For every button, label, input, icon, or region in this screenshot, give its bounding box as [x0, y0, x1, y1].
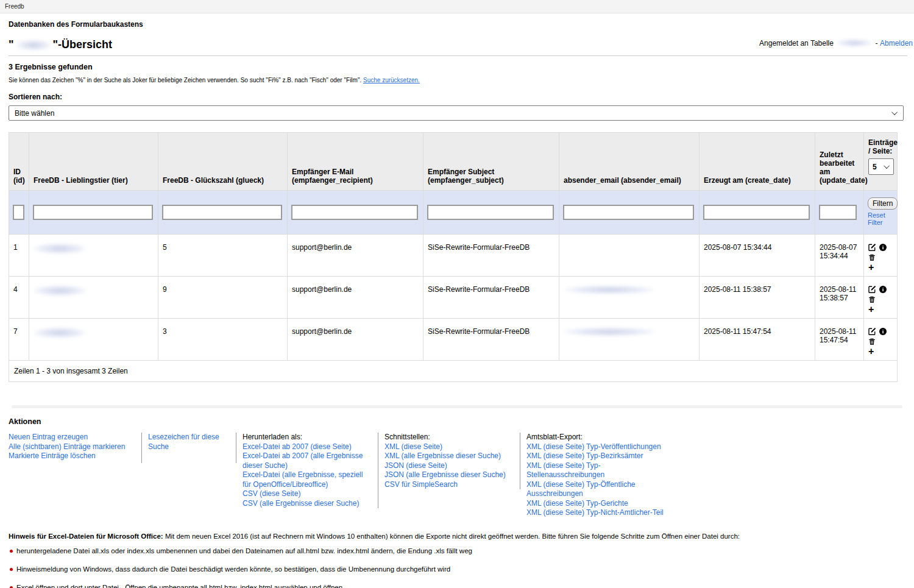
col-header-glueck: FreeDB - Glückszahl (glueck)	[158, 133, 288, 191]
table-row: 1 5 support@berlin.de SiSe-Rewrite-Formu…	[9, 235, 898, 277]
redacted-value-blur	[564, 285, 655, 294]
edit-icon[interactable]	[868, 285, 876, 293]
cell-id: 7	[9, 319, 29, 361]
entries-per-page-select[interactable]: 5	[868, 158, 894, 175]
redacted-title-blur	[16, 40, 51, 51]
filter-input-update-date[interactable]	[819, 205, 857, 220]
cell-create-date: 2025-08-11 15:38:57	[700, 277, 815, 319]
sort-select-value: Bitte wählen	[15, 109, 54, 118]
download-link[interactable]: Excel-Datei (alle Ergebnisse, speziell f…	[243, 470, 372, 489]
delete-icon[interactable]	[868, 253, 876, 261]
redacted-value-blur	[564, 327, 655, 336]
amtsblatt-link[interactable]: XML (diese Seite) Typ-Stellenausschreibu…	[526, 461, 673, 480]
cell-subject: SiSe-Rewrite-Formular-FreeDB	[423, 319, 559, 361]
download-link[interactable]: CSV (alle Ergebnisse dieser Suche)	[243, 499, 372, 509]
amtsblatt-link[interactable]: XML (diese Seite) Typ-Bezirksämter	[526, 452, 673, 461]
download-link[interactable]: Excel-Datei ab 2007 (diese Seite)	[243, 442, 372, 452]
interface-links: XML (diese Seite)XML (alle Ergebnisse di…	[384, 442, 514, 490]
cell-create-date: 2025-08-07 15:34:44	[700, 235, 815, 277]
action-link[interactable]: Alle (sichtbaren) Einträge markieren	[9, 442, 135, 452]
chevron-down-icon	[884, 163, 890, 169]
interface-link[interactable]: JSON (diese Seite)	[384, 461, 514, 471]
actions-column-bookmark: Lesezeichen für diese Suche	[142, 433, 236, 463]
redacted-table-name-blur	[837, 39, 872, 47]
info-icon[interactable]: i	[879, 328, 887, 335]
action-link[interactable]: Neuen Eintrag erzeugen	[9, 433, 135, 442]
cell-tier	[29, 235, 158, 277]
table-footer-row: Zeilen 1 - 3 von insgesamt 3 Zeilen	[9, 361, 898, 382]
cell-glueck: 9	[158, 277, 288, 319]
interface-link[interactable]: JSON (alle Ergebnisse dieser Suche)	[384, 470, 514, 480]
table-body: 1 5 support@berlin.de SiSe-Rewrite-Formu…	[9, 235, 898, 361]
download-link[interactable]: CSV (diese Seite)	[243, 489, 372, 499]
download-link[interactable]: Excel-Datei ab 2007 (alle Ergebnisse die…	[243, 452, 372, 470]
filter-button[interactable]: Filtern	[868, 197, 898, 210]
redacted-value-blur	[34, 243, 86, 254]
hint-text: Sie können das Zeichen "%" in der Suche …	[9, 77, 363, 83]
cell-update-date: 2025-08-11 15:47:54	[815, 319, 864, 361]
excel-note-title: Hinweis für Excel-Dateien für Microsoft …	[9, 533, 163, 540]
filter-input-subject[interactable]	[427, 205, 554, 220]
interface-link[interactable]: XML (alle Ergebnisse dieser Suche)	[384, 452, 514, 461]
redacted-value-blur	[34, 327, 86, 338]
session-info: Angemeldet an Tabelle - Abmelden	[759, 38, 913, 48]
filter-input-glueck[interactable]	[162, 205, 282, 220]
reset-filter-link[interactable]: Reset Filter	[868, 211, 888, 226]
delete-icon[interactable]	[868, 338, 876, 345]
info-icon[interactable]: i	[879, 286, 887, 293]
amtsblatt-link[interactable]: XML (diese Seite) Typ-Öffentliche Aussch…	[526, 480, 673, 499]
add-icon[interactable]: +	[868, 348, 874, 355]
edit-icon[interactable]	[868, 243, 876, 251]
page-title: ""-Übersicht	[9, 38, 112, 51]
results-table: ID (id) FreeDB - Lieblingstier (tier) Fr…	[9, 132, 898, 382]
table-header: ID (id) FreeDB - Lieblingstier (tier) Fr…	[9, 133, 898, 235]
excel-note-bullet: Hinweismeldung von Windows, dass dadurch…	[9, 563, 905, 576]
interfaces-heading: Schnittstellen:	[384, 433, 514, 442]
page: Datenbanken des Formularbaukastens Angem…	[0, 20, 914, 588]
cell-subject: SiSe-Rewrite-Formular-FreeDB	[423, 235, 559, 277]
col-header-create-date: Erzeugt am (create_date)	[700, 133, 815, 191]
session-separator: -	[876, 39, 878, 48]
action-link[interactable]: Lesezeichen für diese Suche	[148, 433, 230, 452]
filter-input-id[interactable]	[13, 205, 24, 220]
excel-note-bullets: heruntergeladene Datei all.xls oder inde…	[9, 545, 905, 588]
filter-input-absender[interactable]	[563, 205, 694, 220]
col-header-subject: Empfänger Subject (empfaenger_subject)	[423, 133, 559, 191]
cell-subject: SiSe-Rewrite-Formular-FreeDB	[423, 277, 559, 319]
amtsblatt-link[interactable]: XML (diese Seite) Typ-Veröffentlichungen	[526, 442, 673, 452]
amtsblatt-link[interactable]: XML (diese Seite) Typ-Nicht-Amtlicher-Te…	[526, 508, 673, 518]
cell-row-actions: i +	[864, 277, 898, 319]
table-row: 4 9 support@berlin.de SiSe-Rewrite-Formu…	[9, 277, 898, 319]
add-icon[interactable]: +	[868, 264, 874, 271]
add-icon[interactable]: +	[868, 306, 874, 313]
action-link[interactable]: Markierte Einträge löschen	[9, 452, 135, 461]
amtsblatt-link[interactable]: XML (diese Seite) Typ-Gerichte	[526, 499, 673, 509]
cell-recipient: support@berlin.de	[288, 235, 423, 277]
actions-column-entries: Neuen Eintrag erzeugenAlle (sichtbaren) …	[9, 433, 142, 463]
cell-row-actions: i +	[864, 319, 898, 361]
delete-icon[interactable]	[868, 296, 876, 303]
cell-update-date: 2025-08-11 15:38:57	[815, 277, 864, 319]
actions-column-interfaces: Schnittstellen: XML (diese Seite)XML (al…	[378, 433, 520, 489]
excel-note-bullet: heruntergeladene Datei all.xls oder inde…	[9, 545, 905, 558]
col-header-absender: absender_email (absender_email)	[559, 133, 700, 191]
filter-input-recipient[interactable]	[291, 205, 418, 220]
top-bar: Freedb	[0, 0, 914, 13]
filter-row: Filtern Reset Filter	[9, 191, 898, 235]
filter-input-tier[interactable]	[33, 205, 153, 220]
cell-glueck: 5	[158, 235, 288, 277]
interface-link[interactable]: CSV für SimpleSearch	[384, 480, 514, 490]
sort-select[interactable]: Bitte wählen	[9, 105, 904, 121]
excel-note-intro: Mit dem neuen Excel 2016 (ist auf Rechne…	[163, 533, 740, 540]
col-header-recipient: Empfänger E-Mail (empfaenger_recipient)	[288, 133, 423, 191]
cell-glueck: 3	[158, 319, 288, 361]
info-icon[interactable]: i	[879, 244, 887, 251]
cell-absender	[559, 235, 700, 277]
logout-link[interactable]: Abmelden	[880, 39, 913, 48]
interface-link[interactable]: XML (diese Seite)	[384, 442, 514, 452]
reset-search-link[interactable]: Suche zurücksetzen.	[363, 77, 420, 83]
edit-icon[interactable]	[868, 327, 876, 335]
actions-column-amtsblatt: Amtsblatt-Export: XML (diese Seite) Typ-…	[520, 433, 679, 518]
download-links: Excel-Datei ab 2007 (diese Seite)Excel-D…	[243, 442, 372, 509]
filter-input-create-date[interactable]	[703, 205, 810, 220]
